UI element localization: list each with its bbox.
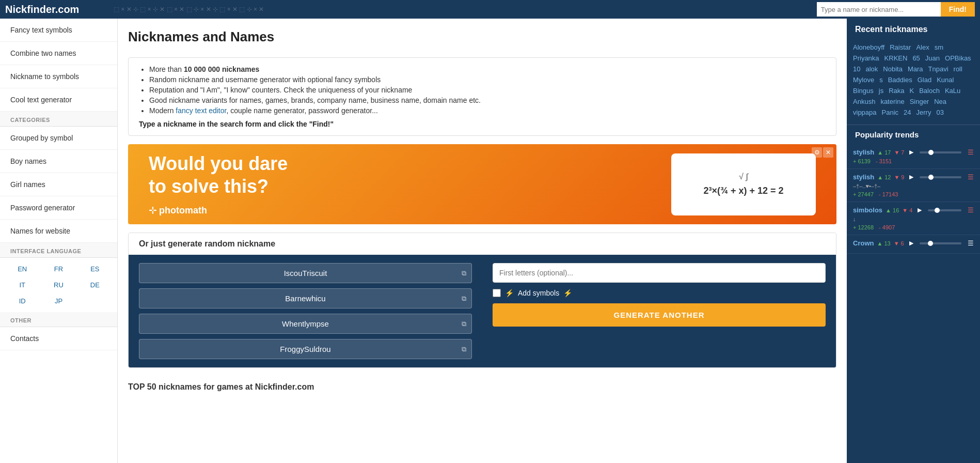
trend-play-icon[interactable]: ▶ [909,240,913,246]
recent-nick-item[interactable]: Mara [908,65,923,73]
recent-nick-item[interactable]: Baloch [919,87,940,95]
random-controls: ⚡ Add symbols ⚡ GENERATE ANOTHER [482,255,836,367]
recent-nick-item[interactable]: 03 [936,109,943,116]
recent-nick-item[interactable]: 10 [853,65,860,73]
site-logo[interactable]: Nickfinder.com [5,4,79,16]
search-input[interactable] [817,2,941,17]
ad-text-block: Would you dare to solve this? ⊹ photomat… [149,152,304,215]
sidebar-item-grouped-by-symbol[interactable]: Grouped by symbol [0,127,117,150]
sidebar-item-names-for-website[interactable]: Names for website [0,220,117,243]
recent-nick-item[interactable]: alok [865,65,878,73]
lang-es[interactable]: ES [78,262,112,276]
sidebar-item-girl-names[interactable]: Girl names [0,173,117,196]
header-search: Find! [817,2,975,17]
recent-nick-item[interactable]: OPBikas [945,54,971,62]
sidebar-item-nickname-to-symbols[interactable]: Nickname to symbols [0,65,117,88]
sidebar-item-fancy-text-symbols[interactable]: Fancy text symbols [0,19,117,42]
lang-fr[interactable]: FR [41,262,75,276]
nickname-text-3: FroggySuldrou [280,345,330,353]
generate-button[interactable]: GENERATE ANOTHER [493,303,826,327]
ad-brand: ⊹ photomath [149,205,304,216]
lang-ru[interactable]: RU [41,278,75,292]
sidebar-item-boy-names[interactable]: Boy names [0,150,117,173]
find-button[interactable]: Find! [941,2,975,17]
header: Nickfinder.com ⬚ × ✕ ⊹ ⬚ × ⊹ ✕ ⬚ × ✕ ⬚ ⊹… [0,0,980,19]
trend-name[interactable]: stylish [853,173,874,181]
copy-icon-1[interactable]: ⧉ [462,295,466,303]
recent-nick-item[interactable]: 24 [904,109,911,116]
recent-nick-item[interactable]: Tnpavi [928,65,949,73]
ad-text: Would you dare to solve this? [149,152,304,197]
popularity-trends-header: Popularity trends [847,125,980,144]
recent-nick-item[interactable]: sm [935,43,943,51]
right-sidebar: Recent nicknames AloneboyffRaistarAlexsm… [847,19,980,463]
lang-en[interactable]: EN [5,262,39,276]
copy-icon-0[interactable]: ⧉ [462,269,466,277]
language-grid: EN FR ES IT RU DE ID JP [0,258,117,312]
nickname-item-1[interactable]: Barnewhicu ⧉ [139,288,472,308]
ad-close-button[interactable]: ✕ [823,147,833,158]
recent-nick-item[interactable]: Singer [910,98,929,105]
sidebar: Fancy text symbols Combine two names Nic… [0,19,118,463]
trend-name[interactable]: Crown [853,239,874,247]
recent-nick-item[interactable]: Ankush [853,98,875,105]
recent-nicknames-header: Recent nicknames [847,19,980,40]
lang-de[interactable]: DE [78,278,112,292]
recent-nick-item[interactable]: Mylove [853,76,874,84]
trend-play-icon[interactable]: ▶ [918,207,922,213]
lang-id[interactable]: ID [5,294,39,308]
lang-jp[interactable]: JP [41,294,75,308]
recent-nick-item[interactable]: Nea [934,98,946,105]
nickname-item-0[interactable]: IscouTriscuit ⧉ [139,263,472,283]
info-item-2: Random nickname and username generator w… [149,75,826,84]
fancy-text-editor-link[interactable]: fancy text editor [176,106,226,115]
recent-nick-item[interactable]: Bingus [853,87,874,95]
recent-nick-item[interactable]: Raistar [890,43,911,51]
recent-nick-item[interactable]: vippapa [853,109,877,116]
nickname-item-3[interactable]: FroggySuldrou ⧉ [139,339,472,359]
recent-nick-item[interactable]: Raka [889,87,904,95]
info-item-1: More than 10 000 000 nicknames [149,65,826,73]
copy-icon-2[interactable]: ⧉ [462,320,466,328]
recent-nick-item[interactable]: Priyanka [853,54,879,62]
recent-nick-item[interactable]: 65 [912,54,920,62]
sidebar-item-cool-text-generator[interactable]: Cool text generator [0,88,117,112]
lang-it[interactable]: IT [5,278,39,292]
recent-nick-item[interactable]: katerine [880,98,904,105]
trend-slider[interactable] [920,151,961,153]
recent-nick-item[interactable]: Kunal [937,76,954,84]
ad-math: √ ∫ 2³×(¾ + x) + 12 = 2 [671,153,816,215]
recent-nick-item[interactable]: Juan [925,54,940,62]
recent-nick-item[interactable]: Nobita [883,65,903,73]
first-letters-input[interactable] [493,263,826,283]
copy-icon-3[interactable]: ⧉ [462,345,466,353]
random-section: Or just generate random nickname IscouTr… [128,233,836,368]
recent-nick-item[interactable]: Alex [916,43,929,51]
recent-nick-item[interactable]: Glad [918,76,931,84]
recent-nick-item[interactable]: js [879,87,883,95]
trend-slider[interactable] [920,242,961,244]
recent-nick-item[interactable]: s [879,76,883,84]
nickname-item-2[interactable]: Whentlympse ⧉ [139,314,472,334]
trend-slider[interactable] [928,209,961,211]
recent-nick-item[interactable]: K [910,87,914,95]
trend-play-icon[interactable]: ▶ [909,149,913,156]
trend-slider[interactable] [920,176,961,178]
recent-nick-item[interactable]: Baddies [888,76,912,84]
recent-nick-item[interactable]: Panic [882,109,899,116]
trend-name[interactable]: stylish [853,148,874,156]
recent-nick-item[interactable]: roll [954,65,962,73]
info-cta: Type a nickname in the search form and c… [139,120,826,128]
sidebar-item-password-generator[interactable]: Password generator [0,196,117,220]
recent-nick-item[interactable]: Aloneboyff [853,43,884,51]
recent-nick-item[interactable]: KaLu [945,87,960,95]
add-symbols-checkbox[interactable] [493,289,501,297]
sidebar-item-combine-two-names[interactable]: Combine two names [0,42,117,65]
recent-nick-item[interactable]: KRKEN [884,54,908,62]
lightning-icon-left: ⚡ [505,289,514,297]
trend-play-icon[interactable]: ▶ [909,174,913,180]
trend-name[interactable]: simbolos [853,206,882,214]
trend-count-up: + 27447 [853,191,874,197]
sidebar-item-contacts[interactable]: Contacts [0,327,117,350]
recent-nick-item[interactable]: Jerry [916,109,931,116]
